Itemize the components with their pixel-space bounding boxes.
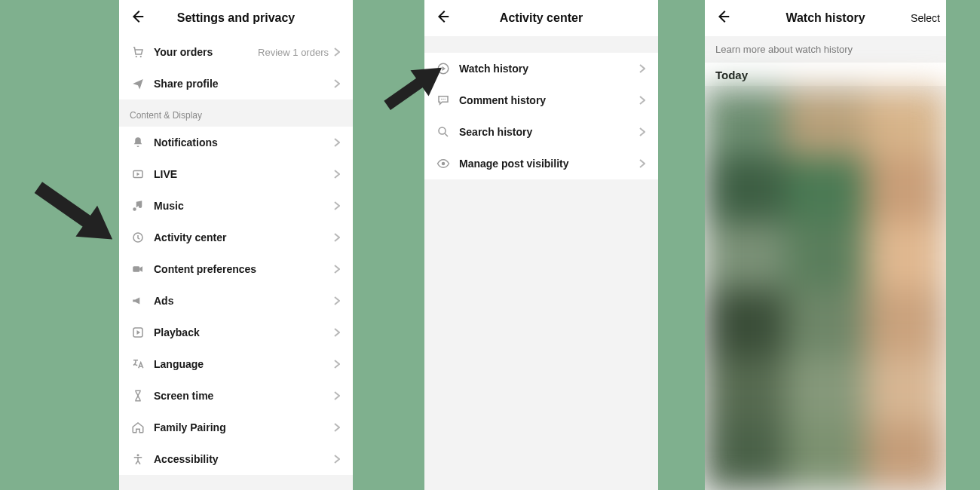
annotation-arrow-1 [23, 172, 128, 258]
svg-point-12 [442, 162, 446, 166]
play-circle-icon [435, 62, 452, 75]
row-label: Watch history [452, 63, 637, 75]
row-label: Activity center [146, 231, 332, 243]
chevron-right-icon [332, 359, 342, 369]
row-search-history[interactable]: Search history [424, 116, 658, 148]
share-icon [130, 77, 146, 90]
row-manage-post-visibility[interactable]: Manage post visibility [424, 148, 658, 179]
row-value: Review 1 orders [258, 47, 332, 58]
chevron-right-icon [637, 63, 648, 74]
chevron-right-icon [332, 264, 342, 274]
chevron-right-icon [637, 95, 648, 106]
section-today: Today [705, 63, 946, 86]
chevron-right-icon [332, 327, 342, 338]
svg-point-0 [136, 56, 137, 57]
row-language[interactable]: Language [119, 348, 353, 380]
row-label: Family Pairing [146, 421, 332, 433]
chevron-right-icon [637, 127, 648, 137]
home-icon [130, 421, 146, 434]
chevron-right-icon [332, 390, 342, 401]
row-label: Language [146, 358, 332, 370]
eye-icon [435, 157, 452, 170]
svg-rect-13 [35, 182, 92, 228]
row-content-preferences[interactable]: Content preferences [119, 253, 353, 285]
section-header-content-display: Content & Display [119, 100, 353, 127]
select-button[interactable]: Select [911, 12, 940, 24]
back-button[interactable] [712, 8, 733, 29]
chevron-right-icon [332, 169, 342, 179]
screen-settings-and-privacy: Settings and privacy Your orders Review … [119, 0, 353, 490]
svg-point-9 [443, 99, 444, 100]
chevron-right-icon [332, 78, 342, 89]
row-ads[interactable]: Ads [119, 285, 353, 317]
svg-point-8 [441, 99, 443, 100]
language-icon [130, 357, 146, 371]
back-button[interactable] [127, 8, 148, 29]
row-notifications[interactable]: Notifications [119, 127, 353, 158]
back-arrow-icon [434, 8, 451, 28]
row-watch-history[interactable]: Watch history [424, 53, 658, 84]
chevron-right-icon [332, 296, 342, 306]
row-label: Notifications [146, 136, 332, 149]
info-learn-more[interactable]: Learn more about watch history [705, 36, 946, 63]
comment-icon [435, 93, 452, 107]
row-screen-time[interactable]: Screen time [119, 380, 353, 412]
header: Watch history Select [705, 0, 946, 36]
header: Activity center [424, 0, 658, 36]
row-label: Screen time [146, 390, 332, 402]
svg-rect-4 [133, 266, 139, 272]
row-label: Accessibility [146, 453, 332, 465]
svg-marker-14 [75, 206, 123, 255]
row-label: Comment history [452, 94, 637, 106]
svg-point-1 [140, 56, 142, 57]
row-label: Share profile [146, 78, 332, 90]
search-icon [435, 125, 452, 139]
row-label: Content preferences [146, 263, 332, 275]
video-icon [130, 262, 146, 276]
group-activity: Watch history Comment history Search his… [424, 53, 658, 179]
row-playback[interactable]: Playback [119, 317, 353, 348]
screen-activity-center: Activity center Watch history Comment hi… [424, 0, 658, 490]
page-title: Activity center [424, 11, 658, 25]
row-label: Search history [452, 126, 637, 138]
row-activity-center[interactable]: Activity center [119, 222, 353, 253]
chevron-right-icon [332, 47, 342, 57]
back-button[interactable] [432, 8, 453, 29]
row-label: Music [146, 200, 332, 212]
live-icon [130, 167, 146, 181]
row-label: Manage post visibility [452, 158, 637, 170]
row-comment-history[interactable]: Comment history [424, 84, 658, 116]
header: Settings and privacy [119, 0, 353, 36]
cart-icon [130, 45, 146, 59]
clock-icon [130, 231, 146, 244]
chevron-right-icon [332, 232, 342, 243]
row-label: LIVE [146, 168, 332, 180]
svg-point-11 [439, 127, 446, 134]
chevron-right-icon [332, 422, 342, 433]
row-label: Your orders [146, 46, 258, 58]
gap [119, 475, 353, 482]
page-title: Settings and privacy [119, 11, 353, 25]
back-arrow-icon [715, 8, 731, 28]
accessibility-icon [130, 452, 146, 466]
svg-rect-15 [384, 78, 424, 110]
group-account: Your orders Review 1 orders Share profil… [119, 36, 353, 100]
row-family-pairing[interactable]: Family Pairing [119, 412, 353, 443]
play-icon [130, 326, 146, 339]
page-title: Watch history [705, 11, 946, 25]
row-share-profile[interactable]: Share profile [119, 68, 353, 100]
chevron-right-icon [332, 454, 342, 464]
chevron-right-icon [332, 137, 342, 148]
hourglass-icon [130, 389, 146, 403]
chevron-right-icon [637, 158, 648, 169]
row-label: Playback [146, 326, 332, 338]
row-music[interactable]: Music [119, 190, 353, 222]
svg-point-6 [137, 454, 139, 456]
blurred-content [705, 89, 946, 490]
row-live[interactable]: LIVE [119, 158, 353, 190]
chevron-right-icon [332, 201, 342, 211]
row-your-orders[interactable]: Your orders Review 1 orders [119, 36, 353, 68]
row-label: Ads [146, 295, 332, 307]
row-accessibility[interactable]: Accessibility [119, 443, 353, 475]
megaphone-icon [130, 294, 146, 308]
